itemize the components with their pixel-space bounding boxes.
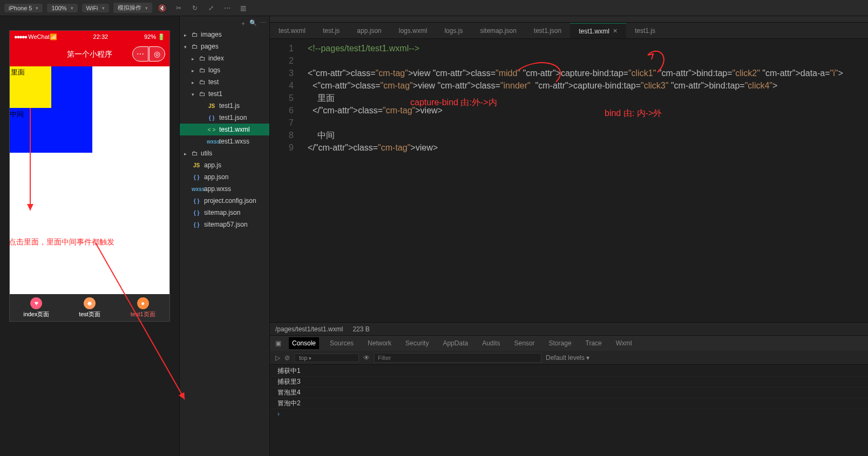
editor-tab[interactable]: test1.json (525, 23, 570, 38)
file-sitemap.json[interactable]: { }sitemap.json (180, 207, 269, 219)
dock-icon[interactable]: ▥ (238, 2, 249, 14)
file-size: 223 B (352, 325, 369, 333)
editor-tab[interactable]: test1.wxml✕ (570, 23, 626, 38)
editor-tab[interactable]: test.js (314, 23, 348, 38)
more-icon[interactable]: ⋯ (260, 19, 266, 28)
mute-icon[interactable]: 🔇 (157, 2, 168, 14)
editor-tab[interactable]: test.wxml (270, 23, 314, 38)
file-sitemap57.json[interactable]: { }sitemap57.json (180, 219, 269, 230)
cut-icon[interactable]: ✂ (173, 2, 185, 14)
wxss-icon: wxss (207, 139, 216, 145)
folder-images[interactable]: 🗀images (180, 29, 269, 40)
navbar-title: 第一个小程序 (67, 50, 112, 59)
folder-test[interactable]: 🗀test (180, 76, 269, 88)
tab-test[interactable]: ☻test页面 (63, 294, 117, 321)
innder-view[interactable]: 里面 (10, 66, 51, 108)
code-editor[interactable]: 123456789 <!--pages/test1/test1.wxml--> … (270, 39, 868, 322)
filter-input[interactable] (374, 353, 541, 363)
levels-select[interactable]: Default levels ▾ (546, 354, 589, 362)
devtools-tab-trace[interactable]: Trace (582, 337, 605, 349)
folder-icon: 🗀 (192, 149, 198, 157)
scope-select[interactable]: top (294, 353, 359, 362)
editor-tab[interactable]: logs.js (436, 23, 471, 38)
editor-tab[interactable]: logs.wxml (390, 23, 436, 38)
devtools-tab-console[interactable]: Console (289, 337, 319, 349)
devtools-tab-appdata[interactable]: AppData (439, 337, 471, 349)
network-select[interactable]: WiFi (82, 4, 109, 12)
devtools-tab-sources[interactable]: Sources (327, 337, 357, 349)
mock-select[interactable]: 模拟操作 (113, 3, 152, 13)
clear-icon[interactable]: ⊘ (284, 354, 290, 362)
simulator-annotation: 点击里面，里面中间事件都触发 (9, 237, 114, 247)
tab-test1[interactable]: ●test1页面 (116, 294, 169, 321)
chevron-icon (184, 149, 189, 157)
editor-tabs: test.wxmltest.jsapp.jsonlogs.wxmllogs.js… (270, 23, 868, 39)
folder-test1[interactable]: 🗀test1 (180, 88, 269, 100)
devtools-tab-security[interactable]: Security (402, 337, 432, 349)
phone-frame: ●●●●● WeChat📶 22:32 92% 🔋 第一个小程序 ⋯ ◎ 里面 … (9, 30, 170, 322)
chevron-icon (192, 55, 196, 62)
json-icon: { } (192, 210, 201, 216)
folder-icon: 🗀 (199, 66, 206, 74)
midd-view[interactable]: 里面 中间 (10, 66, 92, 153)
new-file-icon[interactable]: ＋ (240, 19, 246, 28)
devtools: ▣ ConsoleSourcesNetworkSecurityAppDataAu… (270, 335, 868, 456)
devtools-tab-audits[interactable]: Audits (479, 337, 503, 349)
chevron-icon (184, 31, 189, 38)
expand-icon[interactable]: ⤢ (205, 2, 217, 14)
code-area[interactable]: <!--pages/test1/test1.wxml--> <"cm-attr"… (302, 39, 843, 322)
more-icon[interactable]: ⋯ (221, 2, 233, 14)
eye-icon[interactable]: 👁 (363, 354, 370, 362)
file-path: /pages/test1/test1.wxml (275, 325, 343, 333)
folder-icon: 🗀 (192, 31, 198, 38)
editor-tab[interactable]: test1.js (626, 23, 664, 38)
file-project.config.json[interactable]: { }project.config.json (180, 195, 269, 207)
devtools-tab-wxml[interactable]: Wxml (613, 337, 635, 349)
inspect-icon[interactable]: ▣ (275, 339, 281, 347)
file-app.json[interactable]: { }app.json (180, 171, 269, 183)
folder-logs[interactable]: 🗀logs (180, 64, 269, 76)
console-prompt[interactable]: › (270, 409, 868, 419)
devtools-tab-storage[interactable]: Storage (546, 337, 575, 349)
tab-index[interactable]: ♥index页面 (10, 294, 63, 321)
editor-tab[interactable]: sitemap.json (471, 23, 525, 38)
status-carrier: ●●●●● WeChat📶 (14, 33, 57, 40)
phone-navbar: 第一个小程序 ⋯ ◎ (10, 43, 169, 66)
device-select[interactable]: iPhone 5 (4, 4, 43, 12)
heart-icon: ♥ (30, 297, 42, 309)
file-test1.wxml[interactable]: < >test1.wxml (180, 124, 269, 135)
run-icon[interactable]: ▷ (275, 354, 280, 362)
capsule-menu-icon[interactable]: ⋯ (132, 46, 148, 62)
folder-index[interactable]: 🗀index (180, 52, 269, 64)
devtools-tab-network[interactable]: Network (364, 337, 395, 349)
devtools-tab-sensor[interactable]: Sensor (511, 337, 538, 349)
folder-icon: 🗀 (192, 43, 198, 50)
phone-body[interactable]: 里面 中间 (10, 66, 169, 294)
phone-tabbar: ♥index页面 ☻test页面 ●test1页面 (10, 294, 169, 321)
json-icon: { } (192, 174, 201, 180)
console-log[interactable]: 捕获中1捕获里3冒泡里4冒泡中2› (270, 365, 868, 456)
folder-pages[interactable]: 🗀pages (180, 40, 269, 52)
folder-icon: 🗀 (199, 90, 206, 98)
file-app.js[interactable]: JSapp.js (180, 159, 269, 171)
file-test1.wxss[interactable]: wxsstest1.wxss (180, 135, 269, 147)
rotate-icon[interactable]: ↻ (189, 2, 201, 14)
editor-tab[interactable]: app.json (348, 23, 390, 38)
capsule-close-icon[interactable]: ◎ (149, 46, 165, 62)
js-icon: JS (207, 103, 216, 109)
status-time: 22:32 (93, 33, 109, 40)
wxml-icon: < > (207, 127, 216, 133)
zoom-select[interactable]: 100% (47, 4, 77, 12)
close-icon[interactable]: ✕ (613, 28, 618, 35)
file-app.wxss[interactable]: wxssapp.wxss (180, 183, 269, 195)
find-icon[interactable]: 🔍 (249, 19, 257, 28)
capsule: ⋯ ◎ (132, 46, 165, 62)
json-icon: { } (192, 222, 201, 228)
file-test1.js[interactable]: JStest1.js (180, 100, 269, 112)
folder-utils[interactable]: 🗀utils (180, 147, 269, 159)
circle-icon: ● (137, 297, 149, 309)
file-test1.json[interactable]: { }test1.json (180, 112, 269, 124)
status-battery: 92% 🔋 (144, 33, 165, 40)
wxss-icon: wxss (192, 186, 201, 192)
console-filter-bar: ▷ ⊘ top 👁 Default levels ▾ (270, 351, 868, 365)
